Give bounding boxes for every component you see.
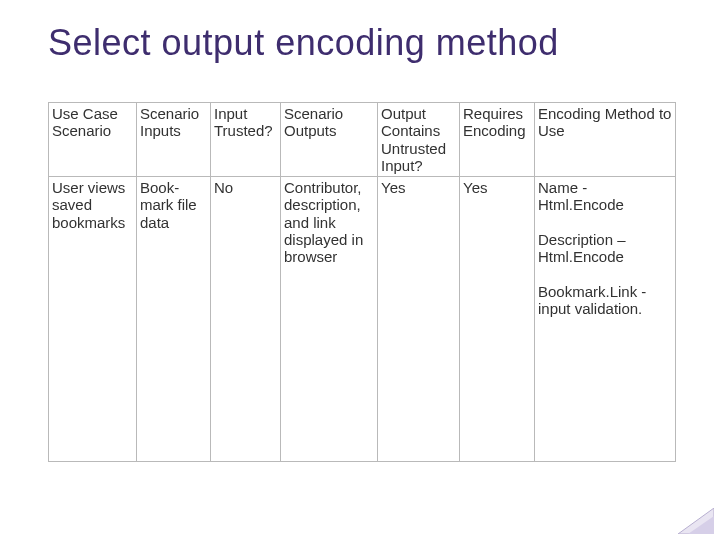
header-requires-encoding: Requires Encoding	[460, 103, 535, 177]
header-output-contains: Output Contains Untrusted Input?	[378, 103, 460, 177]
cell-encoding-method: Name - Html.Encode Description – Html.En…	[535, 177, 676, 462]
cell-scenario-outputs: Contributor, description, and link displ…	[281, 177, 378, 462]
header-scenario-outputs: Scenario Outputs	[281, 103, 378, 177]
cell-input-trusted: No	[211, 177, 281, 462]
cell-scenario-inputs: Book-mark file data	[137, 177, 211, 462]
header-scenario-inputs: Scenario Inputs	[137, 103, 211, 177]
header-encoding-method: Encoding Method to Use	[535, 103, 676, 177]
cell-use-case: User views saved bookmarks	[49, 177, 137, 462]
table-row: User views saved bookmarks Book-mark fil…	[49, 177, 676, 462]
encoding-table: Use Case Scenario Scenario Inputs Input …	[48, 102, 675, 462]
slide-title: Select output encoding method	[48, 22, 559, 64]
page-curl-icon	[678, 508, 714, 534]
table-header-row: Use Case Scenario Scenario Inputs Input …	[49, 103, 676, 177]
cell-requires-encoding: Yes	[460, 177, 535, 462]
cell-output-contains: Yes	[378, 177, 460, 462]
header-input-trusted: Input Trusted?	[211, 103, 281, 177]
header-use-case: Use Case Scenario	[49, 103, 137, 177]
